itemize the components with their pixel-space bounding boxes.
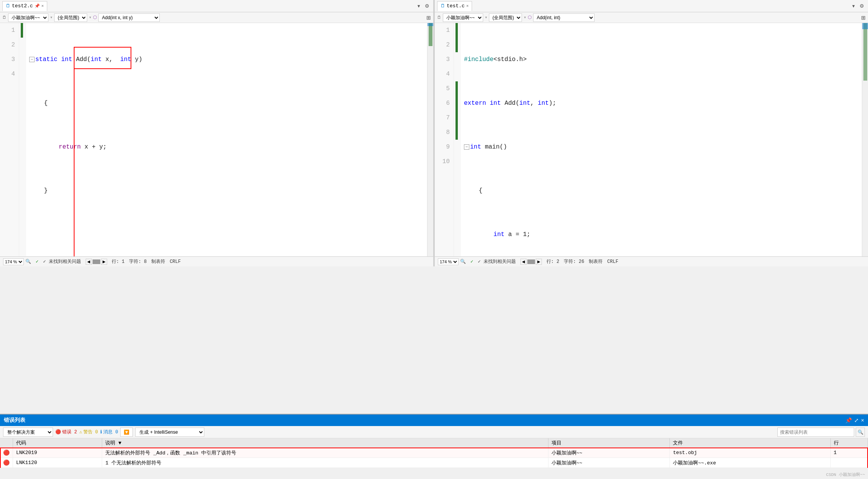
error-row-2-project: 小颖加油啊~~ [548, 458, 670, 468]
left-code-content[interactable]: −static int Add(int x, int y) { return x… [26, 23, 427, 256]
left-zoom-select[interactable]: 174 % [3, 258, 24, 265]
left-tab-dropdown-btn[interactable]: ▾ [416, 2, 422, 10]
warning-badge[interactable]: ⚠ 警告 0 [79, 429, 98, 435]
right-collapse-3[interactable]: − [464, 144, 469, 150]
left-tab-test2c[interactable]: 🗒 test2.c 📌 × [2, 1, 47, 11]
left-scope-select[interactable]: 小颖加油啊~~ [8, 13, 48, 22]
right-code-line-3: −int main() [464, 140, 859, 154]
right-zoom-icon: 🔍 [460, 259, 466, 264]
left-split-btn[interactable]: ⊞ [426, 15, 431, 21]
left-func-select[interactable]: Add(int x, int y) [98, 13, 160, 22]
right-tab-testc[interactable]: 🗒 test.c × [437, 1, 472, 11]
left-status-eol: CRLF [170, 259, 181, 264]
right-scope-select[interactable]: 小颖加油啊~~ [443, 13, 483, 22]
left-tab-pin[interactable]: 📌 [35, 3, 40, 8]
panel-title: 错误列表 [4, 417, 25, 424]
panel-pin-btn[interactable]: 📌 [845, 417, 852, 423]
left-breadcrumb-bar: 🗒 小颖加油啊~~ ▾ (全局范围) ▾ ⬡ Add(int x, int y) [0, 12, 433, 23]
right-scrollbar[interactable] [862, 23, 868, 256]
error-row-2-icon: 🔴 [0, 458, 13, 468]
right-code-content[interactable]: #include<stdio.h> extern int Add(int, in… [461, 23, 862, 256]
right-status-eol: CRLF [607, 259, 618, 264]
right-tab-settings-btn[interactable]: ⚙ [858, 2, 866, 10]
left-zoom: 174 % 🔍 [3, 258, 31, 265]
left-breadcrumb-func: ⬡ Add(int x, int y) [93, 13, 160, 22]
panel-title-bar: 错误列表 📌 ⤢ × [0, 415, 868, 426]
right-tab-dropdown-btn[interactable]: ▾ [851, 2, 856, 10]
build-select[interactable]: 生成 + IntelliSense [135, 428, 204, 437]
left-code-line-4: } [29, 183, 424, 198]
error-row-2-file: 小颖加油啊~~.exe [670, 458, 830, 468]
left-scrollbar[interactable] [427, 23, 433, 256]
info-badge[interactable]: ℹ 消息 0 [100, 429, 118, 435]
right-minimap-green [863, 23, 867, 81]
left-collapse-1[interactable]: − [29, 57, 35, 62]
right-status-check: ✓ [470, 259, 473, 264]
right-nav-prev[interactable]: ◀ [520, 259, 527, 265]
left-gutter-green-1 [21, 23, 23, 38]
panel-close-btn[interactable]: × [861, 417, 864, 423]
sort-icon: ▼ [118, 440, 121, 446]
error-row-1-project: 小颖加油啊~~ [548, 448, 670, 458]
right-line-num-6: 6 [435, 96, 454, 111]
col-code-header: 代码 [13, 438, 102, 448]
left-tab-settings-btn[interactable]: ⚙ [423, 2, 431, 10]
error-badge[interactable]: 🔴 错误 2 [55, 429, 77, 435]
right-tab-icon: 🗒 [441, 3, 445, 9]
left-status-bar: 174 % 🔍 ✓ ✓ 未找到相关问题 ◀ ▶ 行: 1 字符: 8 制表符 C… [0, 256, 433, 266]
right-func-select[interactable]: Add(int, int) [533, 13, 595, 22]
right-line-num-10: 10 [435, 154, 454, 169]
right-code-area[interactable]: 1 2 3 4 5 6 7 8 9 10 [435, 23, 868, 256]
error-table-body: 🔴 LNK2019 无法解析的外部符号 _Add，函数 _main 中引用了该符… [0, 448, 868, 468]
scope-select[interactable]: 整个解决方案 [3, 428, 53, 437]
error-icon-1: 🔴 [3, 450, 10, 456]
search-errors-area: 🔍 [777, 428, 865, 437]
error-table: 代码 说明 ▼ 项目 文件 行 🔴 LNK2019 无法解析的外部符号 _Add… [0, 438, 868, 468]
right-gutter-green-1 [456, 23, 458, 38]
right-tab-bar: 🗒 test.c × ▾ ⚙ [435, 0, 868, 12]
right-tab-close[interactable]: × [466, 4, 469, 8]
warning-count: 警告 0 [83, 429, 98, 435]
left-nav-next[interactable]: ▶ [101, 259, 107, 265]
right-split-btn[interactable]: ⊞ [861, 15, 866, 21]
right-line-num-3: 3 [435, 52, 454, 67]
csdn-watermark: CSDN 小颖加油啊~~ [826, 472, 865, 477]
left-global-select[interactable]: (全局范围) [54, 13, 87, 22]
right-status-tab: 制表符 [589, 258, 603, 265]
left-status-tab: 制表符 [151, 258, 165, 265]
panel-undock-btn[interactable]: ⤢ [854, 417, 859, 423]
left-tab-icon: 🗒 [6, 3, 10, 9]
error-count: 错误 2 [62, 429, 77, 435]
warning-icon: ⚠ [79, 429, 82, 435]
filter-icon: 🔽 [124, 429, 129, 435]
left-line-num-1: 1 [0, 23, 19, 38]
error-row-1[interactable]: 🔴 LNK2019 无法解析的外部符号 _Add，函数 _main 中引用了该符… [0, 448, 868, 458]
left-code-line-2: { [29, 96, 424, 111]
error-row-2[interactable]: 🔴 LNK1120 1 个无法解析的外部符号 小颖加油啊~~ 小颖加油啊~~.e… [0, 458, 868, 468]
error-row-2-code: LNK1120 [13, 458, 102, 468]
left-code-line-3: return x + y; [29, 140, 424, 154]
left-nav-block [93, 259, 100, 264]
left-breadcrumb-sep2: ▾ [89, 15, 91, 20]
right-line-num-9: 9 [435, 140, 454, 154]
left-nav-prev[interactable]: ◀ [86, 259, 92, 265]
search-errors-btn[interactable]: 🔍 [856, 428, 865, 437]
right-code-line-2: extern int Add(int, int); [464, 96, 859, 111]
left-zoom-icon: 🔍 [25, 259, 31, 264]
left-line-num-3: 3 [0, 52, 19, 67]
info-icon: ℹ [100, 429, 102, 435]
error-row-1-desc: 无法解析的外部符号 _Add，函数 _main 中引用了该符号 [102, 448, 548, 458]
col-line-header: 行 [830, 438, 868, 448]
error-row-1-code: LNK2019 [13, 448, 102, 458]
right-gutter-green-7 [456, 111, 458, 125]
right-nav-next[interactable]: ▶ [536, 259, 542, 265]
left-tab-close[interactable]: × [41, 4, 44, 8]
col-desc-header[interactable]: 说明 ▼ [102, 438, 548, 448]
right-code-line-4: { [464, 183, 859, 198]
filter-btn[interactable]: 🔽 [120, 428, 133, 437]
right-global-select[interactable]: (全局范围) [489, 13, 522, 22]
left-line-num-4: 4 [0, 67, 19, 81]
search-errors-input[interactable] [777, 428, 854, 437]
right-zoom-select[interactable]: 174 % [438, 258, 459, 265]
left-code-area[interactable]: 1 2 3 4 −static int Add(int x, int y) { [0, 23, 433, 256]
